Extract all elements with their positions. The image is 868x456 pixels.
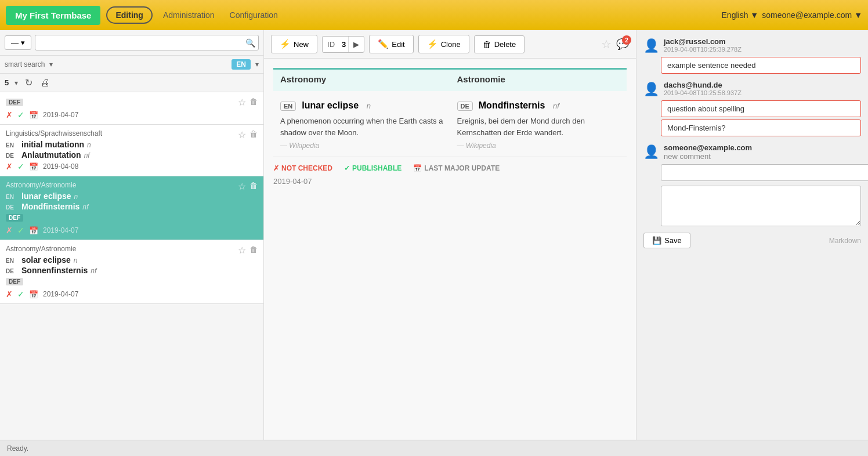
main-layout: — ▾ 🔍 smart search ▾ EN ▾ 5 ▾ ↻ 🖨 DEF ☆ (0, 30, 868, 440)
dash-button[interactable]: — ▾ (5, 35, 31, 50)
detail-category-de: Astronomie (457, 74, 620, 84)
new-comment-label: new comment (664, 152, 752, 161)
trash-icon[interactable]: 🗑 (249, 97, 258, 108)
entry-term-row: EN solar eclipse n (6, 255, 258, 265)
def-badge: DEF (6, 99, 23, 106)
list-item[interactable]: Astronomy/Astronomie ☆ 🗑 EN lunar eclips… (0, 176, 263, 240)
comment-user: jack@russel.com (664, 37, 861, 46)
detail-category-en: Astronomy (280, 74, 443, 84)
language-selector[interactable]: English ▼ (722, 10, 759, 20)
entry-detail: Astronomy Astronomie EN lunar eclipse n … (264, 59, 636, 440)
id-control: ID 3 ▶ (322, 36, 364, 53)
refresh-button[interactable]: ↻ (24, 77, 34, 88)
calendar-icon: 📅 (29, 226, 38, 235)
def-badge: DEF (6, 214, 23, 222)
x-icon: ✗ (273, 164, 279, 172)
entry-term-row: DE Mondfinsternis nf (6, 202, 258, 211)
en-language-badge[interactable]: EN (232, 59, 251, 70)
content-toolbar: ⚡ New ID 3 ▶ ✏️ Edit ⚡ Clone 🗑 Delete ☆ (264, 30, 636, 59)
comment-text: example sentence needed (661, 57, 861, 74)
calendar-icon: 📅 (29, 111, 38, 120)
status-date: 2019-04-08 (43, 162, 78, 171)
smart-search-dropdown[interactable]: ▾ (49, 60, 53, 68)
comment-meta: dachs@hund.de 2019-04-08T10:25:58.937Z (664, 81, 861, 96)
term-pos: nf (82, 203, 88, 211)
list-item[interactable]: Astronomy/Astronomie ☆ 🗑 EN solar eclips… (0, 240, 263, 304)
detail-pos-en: n (367, 102, 371, 110)
sidebar-toolbar: — ▾ 🔍 (0, 30, 263, 56)
status-x-icon[interactable]: ✗ (6, 226, 13, 235)
edit-icon: ✏️ (378, 39, 389, 49)
term-text: solar eclipse (21, 255, 71, 265)
lightning-icon: ⚡ (280, 39, 291, 49)
favorite-button[interactable]: ☆ (601, 37, 612, 51)
status-x-icon[interactable]: ✗ (6, 162, 13, 171)
id-next-button[interactable]: ▶ (348, 37, 364, 52)
lang-tag: DE (6, 153, 19, 159)
entry-status-row: ✗ ✓ 📅 2019-04-08 (6, 162, 258, 171)
comment-type-select[interactable] (661, 164, 868, 181)
sidebar-filter-row: smart search ▾ EN ▾ (0, 56, 263, 74)
print-button[interactable]: 🖨 (39, 78, 51, 88)
comment-meta: jack@russel.com 2019-04-08T10:25:39.278Z (664, 37, 861, 53)
right-panel: 👤 jack@russel.com 2019-04-08T10:25:39.27… (636, 30, 868, 440)
status-check-icon[interactable]: ✓ (17, 162, 24, 171)
comment-footer: 💾 Save Markdown (643, 233, 861, 248)
trash-icon[interactable]: 🗑 (249, 245, 258, 256)
edit-button[interactable]: ✏️ Edit (369, 35, 413, 53)
lang-filter-dropdown[interactable]: ▾ (255, 60, 259, 68)
comment-body: Mond-Finsternis? (661, 120, 861, 136)
detail-col-en: Astronomy (273, 68, 450, 91)
search-wrap: 🔍 (35, 35, 259, 50)
chat-button[interactable]: 💬 2 (616, 38, 629, 50)
user-avatar-icon: 👤 (643, 38, 659, 53)
id-value: 3 (339, 37, 348, 52)
term-text: initial mutationn (21, 140, 84, 149)
star-icon[interactable]: ☆ (238, 97, 246, 108)
comment-textarea[interactable] (661, 186, 861, 226)
entry-term-row: EN initial mutationn n (6, 140, 258, 149)
clone-icon: ⚡ (427, 39, 438, 49)
list-item[interactable]: DEF ☆ 🗑 ✗ ✓ 📅 2019-04-07 (0, 92, 263, 125)
term-pos: n (87, 141, 91, 149)
term-pos: nf (84, 151, 90, 160)
editing-button[interactable]: Editing (106, 6, 152, 24)
smart-search-label[interactable]: smart search (5, 60, 45, 68)
comment-user: dachs@hund.de (664, 81, 861, 89)
search-input[interactable] (35, 35, 259, 50)
app-title[interactable]: My First Termbase (6, 6, 100, 25)
save-button[interactable]: 💾 Save (643, 233, 690, 248)
entry-actions: ☆ 🗑 (238, 245, 258, 256)
check-icon: ✓ (344, 164, 350, 172)
new-comment-user-row: 👤 someone@example.com new comment (643, 143, 861, 161)
status-x-icon[interactable]: ✗ (6, 289, 13, 299)
user-email[interactable]: someone@example.com ▼ (762, 10, 862, 20)
new-button[interactable]: ⚡ New (271, 35, 317, 53)
star-icon[interactable]: ☆ (238, 245, 246, 256)
status-check-icon[interactable]: ✓ (17, 110, 24, 120)
star-icon[interactable]: ☆ (238, 181, 246, 192)
trash-icon[interactable]: 🗑 (249, 181, 258, 192)
id-label: ID (323, 37, 339, 52)
status-publishable: ✓ PUBLISHABLE (344, 164, 402, 172)
search-icon: 🔍 (245, 38, 255, 48)
clone-button[interactable]: ⚡ Clone (418, 35, 469, 53)
term-text: Mondfinsternis (21, 202, 79, 211)
status-x-icon[interactable]: ✗ (6, 110, 13, 120)
list-item[interactable]: Linguistics/Sprachwissenschaft ☆ 🗑 EN in… (0, 125, 263, 176)
status-not-checked: ✗ NOT CHECKED (273, 164, 332, 172)
status-check-icon[interactable]: ✓ (17, 226, 24, 235)
comment-user-row: 👤 dachs@hund.de 2019-04-08T10:25:58.937Z (643, 81, 861, 97)
term-pos: n (74, 193, 78, 201)
configuration-link[interactable]: Configuration (225, 8, 283, 23)
status-date: 2019-04-07 (43, 226, 78, 234)
delete-button[interactable]: 🗑 Delete (474, 35, 525, 53)
administration-link[interactable]: Administration (158, 8, 219, 23)
lang-tag: DE (6, 268, 19, 274)
count-dropdown[interactable]: ▾ (15, 79, 18, 87)
entry-status-row: ✗ ✓ 📅 2019-04-07 (6, 289, 258, 299)
status-check-icon[interactable]: ✓ (17, 289, 24, 299)
star-icon[interactable]: ☆ (238, 129, 246, 140)
trash-icon[interactable]: 🗑 (249, 129, 258, 140)
calendar-icon: 📅 (413, 164, 422, 172)
